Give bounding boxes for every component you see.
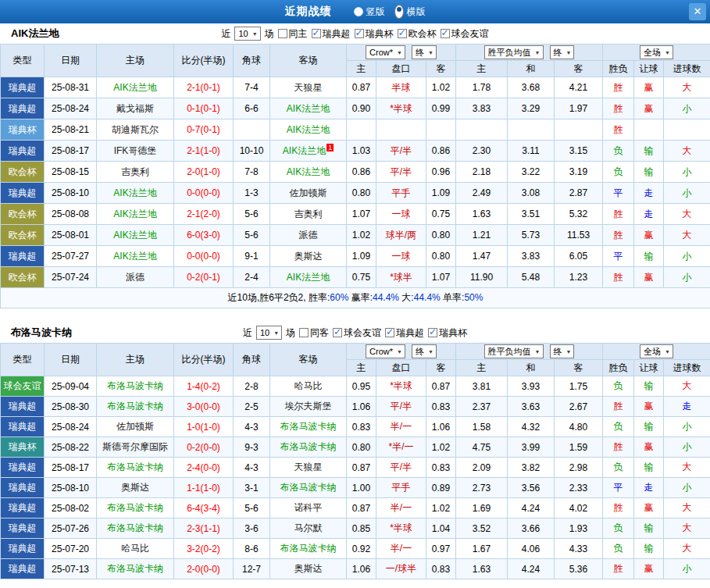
checkbox-icon[interactable] xyxy=(441,29,450,38)
col-header-3: 主场 xyxy=(97,344,174,376)
filter-checkbox-3[interactable]: 瑞典杯 xyxy=(355,27,394,41)
away-team: 天狼星 xyxy=(270,458,347,478)
type-badge: 球会友谊 xyxy=(1,376,45,397)
odds-handicap: *半球 xyxy=(376,376,426,397)
result-goals-header: 进球数 xyxy=(664,61,710,77)
radio-horizontal[interactable]: 横版 xyxy=(394,5,426,19)
match-score: 1-4(0-2) xyxy=(174,376,234,397)
select-value: 终 xyxy=(416,346,424,358)
team-section-2: 布洛马波卡纳近10▼场同客球会友谊瑞典超瑞典杯类型日期主场比分(半场)角球客场C… xyxy=(0,323,710,579)
chevron-down-icon: ▼ xyxy=(428,349,433,355)
filter-checkbox-5[interactable]: 球会友谊 xyxy=(441,27,489,41)
filter-checkbox-1[interactable]: 同主 xyxy=(278,27,308,41)
radio-vertical-icon[interactable] xyxy=(354,7,363,16)
checkbox-icon[interactable] xyxy=(398,29,407,38)
match-score: 2-1(2-0) xyxy=(174,204,234,225)
radio-horizontal-icon[interactable] xyxy=(394,5,404,19)
home-team: IFK哥德堡 xyxy=(97,141,174,162)
result-goals: 小 xyxy=(664,98,710,119)
result-goals-header: 进球数 xyxy=(664,360,710,376)
scope-select[interactable]: 全场▼ xyxy=(640,45,673,59)
avg-final-select[interactable]: 终▼ xyxy=(550,45,575,59)
avg-away: 11.53 xyxy=(555,225,603,246)
home-team: 布洛马波卡纳 xyxy=(97,559,174,579)
checkbox-icon[interactable] xyxy=(333,328,342,337)
odds-final-select[interactable]: 终▼ xyxy=(412,344,437,358)
checkbox-icon[interactable] xyxy=(299,328,309,337)
corner-count: 5-6 xyxy=(234,225,270,246)
avg-away: 5.32 xyxy=(555,204,603,225)
odds-final-select[interactable]: 终▼ xyxy=(412,45,437,59)
odds-handicap: 平/半 xyxy=(376,397,426,417)
col-header-2: 日期 xyxy=(45,344,97,376)
odds-handicap: 球半/两 xyxy=(376,225,426,246)
filter-checkbox-4[interactable]: 瑞典杯 xyxy=(428,326,467,340)
avg-home: 3.81 xyxy=(456,376,508,397)
result-handicap: 走 xyxy=(634,478,664,498)
avg-draw: 3.99 xyxy=(508,437,555,458)
match-count-select[interactable]: 10▼ xyxy=(256,326,282,340)
avg-home: 3.52 xyxy=(456,519,508,539)
result-handicap: 赢 xyxy=(634,437,664,458)
filter-checkbox-2[interactable]: 瑞典超 xyxy=(312,27,351,41)
corner-count: 9-1 xyxy=(234,246,270,267)
close-icon[interactable]: ✕ xyxy=(689,3,706,20)
match-count-select[interactable]: 10▼ xyxy=(234,27,260,41)
result-goals: 小 xyxy=(664,417,710,437)
avg-away: 2.33 xyxy=(555,478,603,498)
checkbox-icon[interactable] xyxy=(278,29,287,38)
type-badge: 瑞典超 xyxy=(1,498,45,519)
filter-checkbox-1[interactable]: 同客 xyxy=(299,326,329,340)
checkbox-icon[interactable] xyxy=(385,328,394,337)
checkbox-icon[interactable] xyxy=(312,29,321,38)
checkbox-icon[interactable] xyxy=(355,29,364,38)
match-date: 25-08-15 xyxy=(45,162,97,183)
bookmaker-select[interactable]: Crow*▼ xyxy=(366,45,405,59)
match-score: 0-2(0-1) xyxy=(174,267,234,288)
avg-type-select[interactable]: 胜平负均值▼ xyxy=(484,45,544,59)
filter-checkbox-4[interactable]: 欧会杯 xyxy=(398,27,437,41)
col-header-2: 日期 xyxy=(45,45,97,77)
summary-segment: 赢率: xyxy=(348,292,373,303)
bookmaker-select[interactable]: Crow*▼ xyxy=(366,344,405,358)
odds-group-header: Crow*▼终▼ xyxy=(347,344,456,360)
radio-vertical[interactable]: 竖版 xyxy=(354,5,385,19)
checkbox-icon[interactable] xyxy=(428,328,437,337)
filter-checkbox-3[interactable]: 瑞典超 xyxy=(385,326,424,340)
home-team: 戴戈福斯 xyxy=(97,98,174,119)
avg-away: 4.21 xyxy=(555,77,603,98)
filter-checkbox-2[interactable]: 球会友谊 xyxy=(333,326,381,340)
avg-home: 1.78 xyxy=(456,77,508,98)
scope-select[interactable]: 全场▼ xyxy=(640,344,673,358)
odds-handicap-header: 盘口 xyxy=(376,61,426,77)
checkbox-label: 瑞典超 xyxy=(396,326,424,340)
corner-count: 2-4 xyxy=(234,267,270,288)
avg-type-select[interactable]: 胜平负均值▼ xyxy=(484,344,544,358)
result-handicap: 输 xyxy=(634,376,664,397)
avg-final-select[interactable]: 终▼ xyxy=(550,344,575,358)
chevron-down-icon: ▼ xyxy=(273,330,279,336)
avg-home: 4.75 xyxy=(456,437,508,458)
corner-count: 8-6 xyxy=(234,539,270,559)
team-name: AIK法兰地 xyxy=(11,27,59,41)
odds-home: 0.83 xyxy=(347,417,376,437)
result-handicap-header: 让球 xyxy=(634,360,664,376)
result-wdl: 平 xyxy=(603,478,634,498)
odds-away: 0.83 xyxy=(426,458,456,478)
avg-home: 1.21 xyxy=(456,225,508,246)
chevron-down-icon: ▼ xyxy=(397,349,402,355)
avg-away: 4.80 xyxy=(555,417,603,437)
select-value: 终 xyxy=(554,346,562,358)
stats-table: 类型日期主场比分(半场)角球客场Crow*▼终▼胜平负均值▼终▼全场▼主盘口客主… xyxy=(0,44,710,308)
match-row: 欧会杯25-08-01AIK法兰地6-0(3-0)5-6派德1.02球半/两0.… xyxy=(1,225,710,246)
odds-handicap: *半/一 xyxy=(376,437,426,458)
type-badge: 瑞典超 xyxy=(1,397,45,417)
match-row: 瑞典超25-08-24佐加顿斯1-0(1-0)4-3布洛马波卡纳0.83半/一1… xyxy=(1,417,710,437)
avg-draw-header: 和 xyxy=(508,61,555,77)
type-badge: 欧会杯 xyxy=(1,204,45,225)
result-wdl: 胜 xyxy=(603,437,634,458)
result-group-header: 全场▼ xyxy=(603,344,710,360)
col-header-5: 角球 xyxy=(234,45,270,77)
odds-handicap: 一球 xyxy=(376,204,426,225)
odds-away: 0.80 xyxy=(426,225,456,246)
